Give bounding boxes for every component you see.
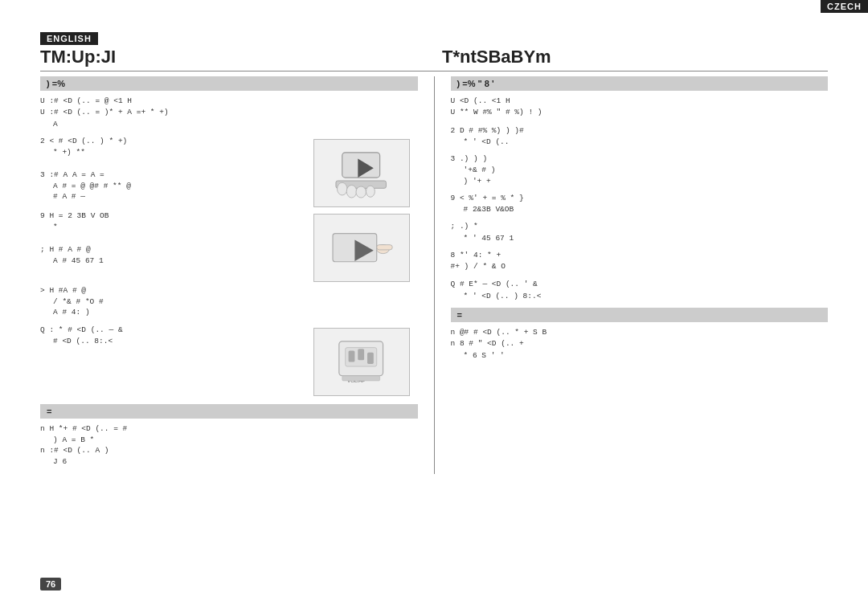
image-2 [313,214,410,282]
right-section-8: 8 *' 4: * + #+ ) / * & O [451,250,829,273]
right-bottom-bar: = [451,308,829,322]
svg-rect-15 [367,353,374,364]
left-section-gt: > H #A # @ / *& # *O # A # 4: ) [40,285,418,318]
lang-badge-czech: CZECH [821,0,868,13]
right-intro-text: U <D (.. <1 H U ** W #% " # %) ! ) [451,96,829,119]
image-1-container [313,136,418,210]
svg-rect-7 [333,234,377,262]
image-1 [313,139,410,207]
left-intro-text: U :# <D (.. = @ <1 H U :# <D (.. = )* + … [40,96,418,129]
right-section-q: Q # E* — <D (.. ' & * ' <D (.. ) 8:.< [451,279,829,301]
svg-rect-14 [358,349,365,360]
title-left: TM:Up:JI [40,47,426,67]
col-left: ) =% U :# <D (.. = @ <1 H U :# <D (.. = … [40,76,435,474]
svg-point-4 [347,186,357,198]
right-section-semi: ; .) * * ' 45 67 1 [451,221,829,243]
page: ENGLISH CZECH TM:Up:JI T*ntSBaBYm ) =% U… [0,0,868,613]
page-number: 76 [40,578,61,591]
image-3-container: VOL/AF [313,325,418,399]
svg-point-5 [356,186,366,198]
right-bottom-text: n @# # <D (.. * + S B n 8 # " <D (.. + *… [451,327,829,361]
right-section-9: 9 < %' + = % * } # 2&3B V&OB [451,193,829,215]
left-section-q: Q : * # <D (.. — & # <D (.. 8:.< [40,325,418,399]
svg-point-6 [366,186,375,197]
left-bottom-text: n H *+ # <D (.. = # ) A = B * n :# <D (.… [40,423,418,468]
lang-badge-english: ENGLISH [40,32,98,45]
left-section-9: 9 H = 2 3B V OB * ; H # A # @ A # 45 67 … [40,210,418,285]
section-header-left: ) =% [40,76,418,91]
left-bottom-bar: = [40,404,418,419]
titles-row: TM:Up:JI T*ntSBaBYm [40,47,828,72]
section-header-right: ) =% " 8 ' [451,76,829,91]
left-section-2: 2 < # <D (.. ) * +) * +) ** 3 :# A A = A… [40,136,418,210]
col-right: ) =% " 8 ' U <D (.. <1 H U ** W #% " # %… [435,76,829,474]
svg-point-3 [338,182,347,195]
header: ENGLISH CZECH [40,32,828,45]
right-section-2: 2 D # #% %) ) )# * ' <D (.. [451,125,829,148]
right-section-3: 3 .) ) ) '+& # ) ) '+ + [451,153,829,186]
title-right: T*ntSBaBYm [426,47,828,67]
two-col-layout: ) =% U :# <D (.. = @ <1 H U :# <D (.. = … [40,76,828,474]
image-2-container [313,210,418,285]
svg-rect-10 [377,245,393,250]
image-3: VOL/AF [313,328,410,396]
svg-rect-13 [349,350,355,362]
svg-rect-17 [342,376,380,381]
